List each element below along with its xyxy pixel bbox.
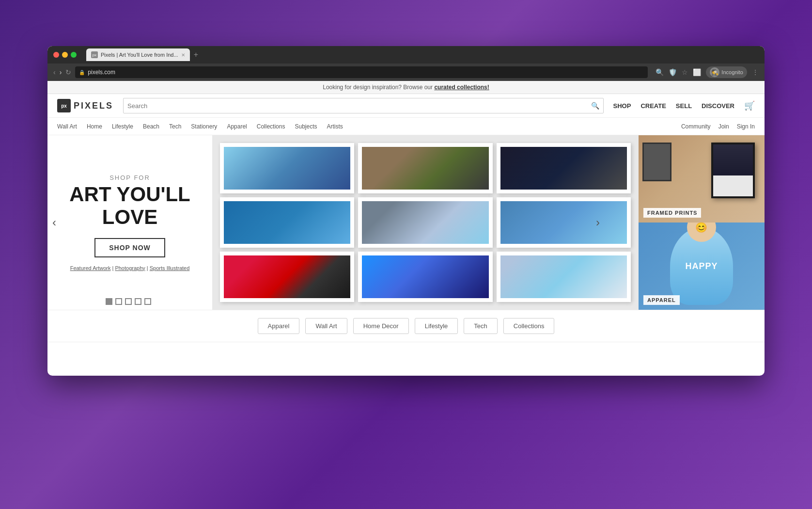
art-frame-5[interactable] — [358, 197, 492, 248]
subnav-tech[interactable]: Tech — [169, 123, 181, 130]
framed-print-example — [711, 143, 755, 198]
hero-title-line1: ART YOU'LL — [69, 183, 190, 206]
footer-text: Hundreds of thousands of independent art… — [47, 342, 765, 344]
subnav-artists[interactable]: Artists — [327, 123, 343, 130]
hero-prev-arrow[interactable]: ‹ — [52, 216, 56, 229]
hero-next-arrow[interactable]: › — [596, 216, 600, 229]
art-frame-8[interactable] — [358, 252, 492, 302]
lock-icon: 🔒 — [79, 70, 85, 75]
search-button[interactable]: 🔍 — [591, 102, 599, 110]
dot-5[interactable] — [144, 298, 151, 305]
framed-prints-panel[interactable]: FRAMED PRINTS — [639, 135, 765, 223]
tab-close-icon[interactable]: ✕ — [181, 52, 185, 58]
nav-discover[interactable]: DISCOVER — [702, 102, 734, 110]
art-frame-6[interactable] — [497, 197, 631, 248]
star-icon[interactable]: ☆ — [682, 68, 688, 76]
subnav-apparel[interactable]: Apparel — [227, 123, 247, 130]
header-nav: SHOP CREATE SELL DISCOVER 🛒 — [613, 100, 755, 111]
tag-apparel[interactable]: Apparel — [258, 318, 300, 334]
search-input[interactable] — [127, 102, 588, 110]
tab-group-icon[interactable]: ⬜ — [693, 68, 701, 76]
dot-3[interactable] — [125, 298, 132, 305]
subnav-beach[interactable]: Beach — [143, 123, 159, 130]
browser-window: px Pixels | Art You'll Love from Ind... … — [47, 46, 765, 376]
traffic-lights — [53, 52, 77, 58]
logo-icon: px — [57, 99, 71, 112]
subnav-subjects[interactable]: Subjects — [295, 123, 317, 130]
tag-tech[interactable]: Tech — [464, 318, 497, 334]
tab-title: Pixels | Art You'll Love from Ind... — [101, 52, 178, 58]
logo[interactable]: px PIXELS — [57, 99, 113, 112]
subnav-lifestyle[interactable]: Lifestyle — [112, 123, 133, 130]
art-frame-3[interactable] — [497, 143, 631, 193]
art-image-2 — [362, 147, 488, 190]
close-button[interactable] — [53, 52, 59, 58]
banner-link[interactable]: curated collections! — [434, 84, 489, 91]
apparel-panel[interactable]: HAPPY 😊 APPAREL — [639, 223, 765, 310]
subnav-community[interactable]: Community — [681, 123, 711, 130]
art-frame-4[interactable] — [220, 197, 354, 248]
dot-1[interactable] — [106, 298, 112, 305]
tag-collections[interactable]: Collections — [503, 318, 555, 334]
art-frame-1[interactable] — [220, 143, 354, 193]
dot-2[interactable] — [115, 298, 122, 305]
art-image-9 — [500, 255, 627, 298]
minimize-button[interactable] — [62, 52, 68, 58]
address-bar-row: ‹ › ↻ 🔒 pixels.com 🔍 🛡️ ☆ ⬜ 🕵 Incognito … — [47, 64, 765, 81]
apparel-person-head: 😊 — [687, 223, 716, 242]
browser-chrome: px Pixels | Art You'll Love from Ind... … — [47, 46, 765, 64]
sep1: | — [112, 265, 113, 271]
hero-shop-for: SHOP FOR — [109, 174, 150, 181]
hero-title: ART YOU'LL LOVE — [69, 183, 190, 228]
forward-button[interactable]: › — [60, 68, 62, 76]
logo-text: PIXELS — [74, 101, 113, 111]
new-tab-button[interactable]: + — [194, 50, 198, 59]
art-frame-2[interactable] — [358, 143, 492, 193]
subnav-home[interactable]: Home — [87, 123, 102, 130]
art-image-8 — [362, 255, 488, 298]
refresh-button[interactable]: ↻ — [65, 68, 71, 76]
tag-home-decor[interactable]: Home Decor — [353, 318, 409, 334]
search-toolbar-icon[interactable]: 🔍 — [656, 68, 664, 76]
tag-wall-art[interactable]: Wall Art — [305, 318, 347, 334]
tab-bar: px Pixels | Art You'll Love from Ind... … — [86, 48, 198, 61]
photography-link[interactable]: Photography — [115, 265, 145, 271]
nav-shop[interactable]: SHOP — [613, 102, 631, 110]
hero-right-panels: FRAMED PRINTS HAPPY 😊 APPAREL — [639, 135, 765, 310]
back-button[interactable]: ‹ — [53, 68, 56, 76]
subnav-collections[interactable]: Collections — [257, 123, 285, 130]
nav-sell[interactable]: SELL — [676, 102, 692, 110]
nav-create[interactable]: CREATE — [640, 102, 666, 110]
hero-section: ‹ SHOP FOR ART YOU'LL LOVE SHOP NOW Feat… — [47, 135, 765, 310]
cart-icon[interactable]: 🛒 — [744, 100, 755, 111]
maximize-button[interactable] — [71, 52, 77, 58]
incognito-button[interactable]: 🕵 Incognito — [706, 66, 747, 78]
dot-4[interactable] — [135, 298, 141, 305]
address-bar[interactable]: 🔒 pixels.com — [75, 66, 648, 78]
apparel-label: APPAREL — [643, 295, 680, 305]
art-frame-7[interactable] — [220, 252, 354, 302]
extension-icon[interactable]: 🛡️ — [669, 68, 677, 76]
subnav-wall-art[interactable]: Wall Art — [57, 123, 77, 130]
subnav-join[interactable]: Join — [718, 123, 729, 130]
menu-icon[interactable]: ⋮ — [752, 68, 759, 76]
hero-title-line2: LOVE — [102, 206, 157, 228]
tag-lifestyle[interactable]: Lifestyle — [415, 318, 458, 334]
shop-now-button[interactable]: SHOP NOW — [94, 238, 165, 257]
framed-prints-label: FRAMED PRINTS — [643, 208, 701, 218]
tag-section: Apparel Wall Art Home Decor Lifestyle Te… — [47, 310, 765, 342]
url-text: pixels.com — [88, 69, 115, 76]
subnav-stationery[interactable]: Stationery — [191, 123, 217, 130]
frame-art-top — [713, 144, 753, 175]
art-frame-9[interactable] — [497, 252, 631, 302]
sports-link[interactable]: Sports Illustrated — [150, 265, 190, 271]
active-tab[interactable]: px Pixels | Art You'll Love from Ind... … — [86, 48, 190, 61]
site-content: Looking for design inspiration? Browse o… — [47, 81, 765, 344]
art-image-1 — [224, 147, 350, 190]
subnav-signin[interactable]: Sign In — [737, 123, 755, 130]
art-image-3 — [500, 147, 627, 190]
featured-artwork-link[interactable]: Featured Artwork — [70, 265, 111, 271]
incognito-avatar: 🕵 — [710, 67, 719, 77]
subnav-right: Community Join Sign In — [681, 123, 755, 130]
search-bar: 🔍 — [123, 98, 604, 113]
